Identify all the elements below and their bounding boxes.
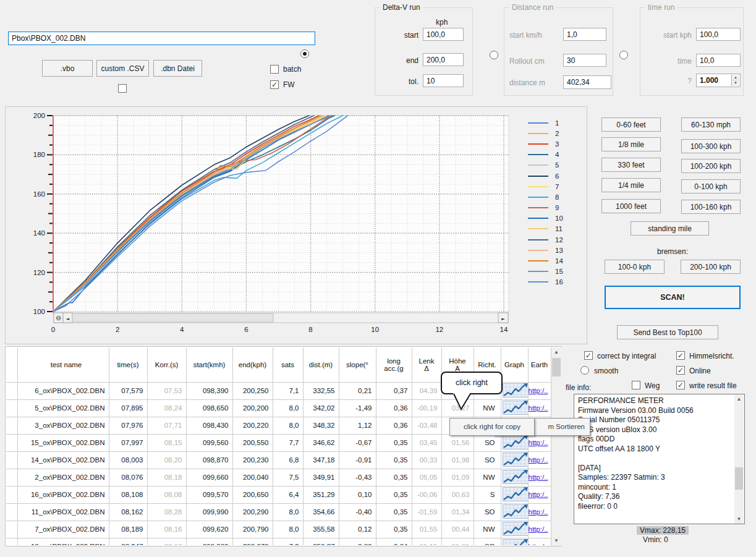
distance-run-radio[interactable] — [490, 51, 498, 59]
scroll-right-icon[interactable]: ► — [501, 317, 505, 321]
sparkline-graph-icon[interactable] — [503, 435, 529, 449]
distance-m-input[interactable]: 402,34 — [563, 75, 611, 89]
col-time[interactable]: time(s) — [109, 347, 147, 382]
row-selector[interactable] — [6, 538, 17, 545]
col-dist[interactable]: dist.(m) — [303, 347, 339, 382]
legend-item[interactable]: 7 — [528, 181, 587, 192]
zoom-out-icon[interactable]: ⊖ — [56, 314, 61, 322]
rollout-input[interactable]: 30 — [563, 54, 606, 67]
cell-graph[interactable] — [501, 486, 528, 503]
send-best-button[interactable]: Send Best to Top100 — [617, 325, 718, 339]
legend-item[interactable]: 16 — [528, 277, 587, 287]
table-scrollbar[interactable]: ▲ ▼ — [551, 347, 561, 546]
row-selector[interactable] — [6, 451, 17, 469]
time-run-radio[interactable] — [619, 51, 628, 59]
table-row[interactable]: 15_ox\PBOX_002.DBN07,99708,15099,560200,… — [6, 434, 551, 451]
row-selector[interactable] — [6, 382, 17, 399]
scan-button[interactable]: SCAN! — [605, 286, 741, 309]
file-info-scroll-thumb[interactable] — [735, 467, 743, 490]
legend-item[interactable]: 5 — [528, 160, 587, 171]
cell-graph[interactable] — [501, 399, 528, 417]
legend-item[interactable]: 15 — [528, 266, 587, 277]
dbn-datei-button[interactable]: .dbn Datei — [153, 60, 202, 77]
btn-1-8-mile[interactable]: 1/8 mile — [601, 137, 661, 151]
csv-option-checkbox[interactable] — [118, 84, 127, 93]
earth-link[interactable]: http:/.. — [529, 456, 548, 464]
time-start-input[interactable]: 100,0 — [696, 28, 741, 41]
col-long-acc[interactable]: long acc.(g — [376, 347, 412, 382]
earth-link[interactable]: http:/.. — [529, 525, 548, 533]
table-scroll-up-icon[interactable]: ▲ — [551, 347, 561, 357]
btn-1000-feet[interactable]: 1000 feet — [601, 199, 661, 213]
legend-item[interactable]: 9 — [528, 203, 587, 213]
earth-link[interactable]: http:/.. — [529, 387, 548, 394]
col-lenk[interactable]: Lenk Δ — [412, 347, 441, 382]
sparkline-graph-icon[interactable] — [503, 383, 529, 398]
sparkline-graph-icon[interactable] — [503, 522, 529, 536]
delta-v-run-radio[interactable] — [300, 49, 309, 58]
btn-100-200-kph[interactable]: 100-200 kph — [681, 159, 741, 173]
cell-graph[interactable] — [501, 451, 528, 469]
col-slope[interactable]: slope(° — [339, 347, 376, 382]
delta-start-input[interactable]: 100,0 — [423, 28, 464, 41]
fw-checkbox[interactable] — [270, 80, 279, 89]
row-selector[interactable] — [6, 417, 17, 434]
batch-checkbox[interactable] — [270, 65, 279, 74]
earth-link[interactable]: http:/.. — [529, 404, 548, 412]
file-info-scroll-down-icon[interactable]: ▼ — [734, 514, 744, 524]
sparkline-graph-icon[interactable] — [503, 401, 529, 415]
cell-graph[interactable] — [501, 503, 528, 521]
earth-link[interactable]: http:/.. — [529, 508, 548, 516]
delta-end-input[interactable]: 200,0 — [423, 53, 464, 66]
btn-0-60-feet[interactable]: 0-60 feet — [601, 117, 661, 132]
btn-1-4-mile[interactable]: 1/4 mile — [601, 178, 661, 192]
col-end[interactable]: end(kph) — [232, 347, 273, 382]
btn-330-feet[interactable]: 330 feet — [601, 158, 661, 172]
legend-item[interactable]: 2 — [528, 128, 587, 138]
btn-200-100-kph[interactable]: 200-100 kph — [681, 260, 741, 274]
legend-item[interactable]: 14 — [528, 255, 587, 266]
file-info-scrollbar[interactable]: ▲ ▼ — [734, 394, 744, 524]
table-row[interactable]: 13_ox\PBOX_002.DBN08,24708,13099,930200,… — [6, 538, 551, 545]
sparkline-graph-icon[interactable] — [503, 504, 529, 519]
sparkline-graph-icon[interactable] — [503, 453, 529, 467]
legend-item[interactable]: 8 — [528, 192, 587, 202]
legend-item[interactable]: 6 — [528, 171, 587, 181]
online-checkbox[interactable] — [676, 366, 685, 375]
file-info-scroll-up-icon[interactable]: ▲ — [734, 394, 744, 404]
file-path-input[interactable]: Pbox\PBOX_002.DBN — [8, 32, 315, 45]
distance-start-input[interactable]: 1,0 — [563, 28, 606, 41]
legend-item[interactable]: 11 — [528, 224, 587, 234]
sparkline-graph-icon[interactable] — [503, 539, 529, 546]
col-start[interactable]: start(kmh) — [186, 347, 232, 382]
legend-item[interactable]: 1 — [528, 117, 587, 128]
q-spinner-buttons[interactable]: ▲▼ — [731, 75, 739, 86]
earth-link[interactable]: http:/.. — [529, 543, 548, 545]
row-selector[interactable] — [6, 469, 17, 486]
row-selector[interactable] — [6, 486, 17, 503]
col-earth[interactable]: Earth — [528, 347, 551, 382]
btn-60-130-mph[interactable]: 60-130 mph — [681, 117, 741, 132]
speed-time-chart[interactable]: 100120140160180200⊖◄►02468101214 — [6, 107, 587, 344]
table-row[interactable]: 16_ox\PBOX_002.DBN08,10808,08099,570200,… — [6, 486, 551, 503]
earth-link[interactable]: http:/.. — [529, 474, 548, 481]
btn-standing-mile[interactable]: standing mile — [631, 221, 709, 236]
row-selector[interactable] — [6, 503, 17, 521]
earth-link[interactable]: http:/.. — [529, 491, 548, 498]
col-korr[interactable]: Korr.(s) — [147, 347, 186, 382]
legend-item[interactable]: 10 — [528, 213, 587, 224]
himmelsricht-checkbox[interactable] — [676, 351, 685, 360]
write-result-file-checkbox[interactable] — [676, 381, 685, 389]
q-spinner[interactable]: 1.000 ▲▼ — [696, 74, 741, 87]
scroll-left-icon[interactable]: ◄ — [66, 317, 70, 321]
btn-100-300-kph[interactable]: 100-300 kph — [681, 139, 741, 153]
weg-checkbox[interactable] — [632, 381, 640, 389]
time-input[interactable]: 10,0 — [696, 54, 741, 67]
table-row[interactable]: 11_ox\PBOX_002.DBN08,16208,28099,990200,… — [6, 503, 551, 521]
cell-graph[interactable] — [501, 434, 528, 451]
legend-item[interactable]: 12 — [528, 234, 587, 245]
correct-by-integral-checkbox[interactable] — [584, 351, 593, 360]
row-selector[interactable] — [6, 434, 17, 451]
cell-graph[interactable] — [501, 469, 528, 486]
table-row[interactable]: 2_ox\PBOX_002.DBN08,07608,18099,660200,0… — [6, 469, 551, 486]
